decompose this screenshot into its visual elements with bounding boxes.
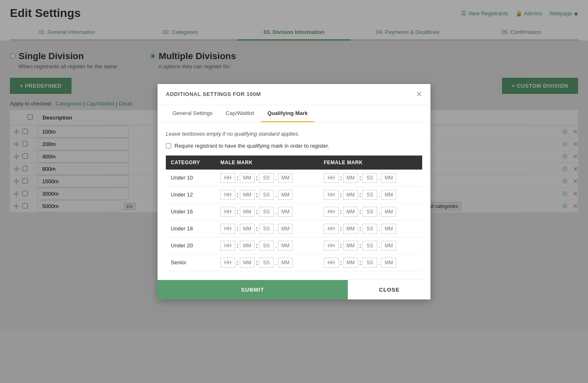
- col-male-mark: MALE MARK: [215, 156, 319, 170]
- male-hh-senior[interactable]: [220, 258, 235, 268]
- modal-tabs: General Settings Cap/Waitlist Qualifying…: [158, 105, 430, 122]
- female-hh-under16[interactable]: [324, 207, 339, 217]
- male-ms-under20[interactable]: [278, 241, 293, 251]
- modal-header: ADDITIONAL SETTINGS FOR 100M ✕: [158, 84, 430, 105]
- category-label: Senior: [166, 254, 215, 271]
- female-mm-under16[interactable]: [343, 207, 358, 217]
- require-qualifying-row: Require registrant to have the qualifyin…: [166, 143, 422, 149]
- male-mm-under16[interactable]: [240, 207, 255, 217]
- modal-close-footer-button[interactable]: CLOSE: [348, 280, 430, 299]
- require-qualifying-checkbox[interactable]: [166, 143, 171, 148]
- female-ss-under18[interactable]: [362, 224, 377, 234]
- male-hh-under16[interactable]: [220, 207, 235, 217]
- category-label: Under 10: [166, 170, 215, 187]
- male-ms-under12[interactable]: [278, 190, 293, 200]
- col-female-mark: FEMALE MARK: [319, 156, 422, 170]
- male-hh-under12[interactable]: [220, 190, 235, 200]
- female-hh-under20[interactable]: [324, 241, 339, 251]
- table-row: Under 12 : : .: [166, 186, 422, 203]
- male-ss-under12[interactable]: [259, 190, 274, 200]
- modal-tab-qualifying-mark[interactable]: Qualifying Mark: [261, 105, 315, 122]
- female-mm-under20[interactable]: [343, 241, 358, 251]
- female-ss-under20[interactable]: [362, 241, 377, 251]
- male-mm-senior[interactable]: [240, 258, 255, 268]
- modal-note: Leave textboxes empty if no qualifying s…: [166, 131, 422, 137]
- female-ss-under16[interactable]: [362, 207, 377, 217]
- male-ms-under10[interactable]: [278, 173, 293, 183]
- male-mm-under20[interactable]: [240, 241, 255, 251]
- male-ss-under10[interactable]: [259, 173, 274, 183]
- female-mm-under18[interactable]: [343, 224, 358, 234]
- table-row: Under 16 : : .: [166, 203, 422, 220]
- modal-footer: SUBMIT CLOSE: [158, 280, 430, 299]
- male-ss-under20[interactable]: [259, 241, 274, 251]
- category-label: Under 16: [166, 203, 215, 220]
- male-ms-senior[interactable]: [278, 258, 293, 268]
- female-mm-under12[interactable]: [343, 190, 358, 200]
- category-label: Under 20: [166, 237, 215, 254]
- category-label: Under 18: [166, 220, 215, 237]
- male-mm-under18[interactable]: [240, 224, 255, 234]
- female-mm-under10[interactable]: [343, 173, 358, 183]
- table-row: Under 20 : : .: [166, 237, 422, 254]
- col-category: CATEGORY: [166, 156, 215, 170]
- modal: ADDITIONAL SETTINGS FOR 100M ✕ General S…: [158, 84, 430, 299]
- female-hh-under18[interactable]: [324, 224, 339, 234]
- female-hh-senior[interactable]: [324, 258, 339, 268]
- table-row: Under 18 : : .: [166, 220, 422, 237]
- modal-body: Leave textboxes empty if no qualifying s…: [158, 122, 430, 280]
- modal-overlay[interactable]: ADDITIONAL SETTINGS FOR 100M ✕ General S…: [0, 0, 588, 330]
- male-ms-under16[interactable]: [278, 207, 293, 217]
- modal-tab-cap-waitlist[interactable]: Cap/Waitlist: [219, 105, 261, 122]
- female-ss-senior[interactable]: [362, 258, 377, 268]
- male-mm-under12[interactable]: [240, 190, 255, 200]
- table-row: Senior : : .: [166, 254, 422, 271]
- female-ms-senior[interactable]: [381, 258, 396, 268]
- modal-title: ADDITIONAL SETTINGS FOR 100M: [166, 91, 261, 97]
- male-ss-under18[interactable]: [259, 224, 274, 234]
- female-hh-under10[interactable]: [324, 173, 339, 183]
- female-ms-under16[interactable]: [381, 207, 396, 217]
- modal-submit-button[interactable]: SUBMIT: [158, 280, 348, 299]
- category-label: Under 12: [166, 186, 215, 203]
- male-mm-under10[interactable]: [240, 173, 255, 183]
- table-row: Under 10 : : .: [166, 170, 422, 187]
- female-ms-under10[interactable]: [381, 173, 396, 183]
- male-ss-senior[interactable]: [259, 258, 274, 268]
- female-ss-under12[interactable]: [362, 190, 377, 200]
- modal-tab-general-settings[interactable]: General Settings: [166, 105, 219, 122]
- male-hh-under10[interactable]: [220, 173, 235, 183]
- female-mm-senior[interactable]: [343, 258, 358, 268]
- female-hh-under12[interactable]: [324, 190, 339, 200]
- male-ms-under18[interactable]: [278, 224, 293, 234]
- female-ms-under20[interactable]: [381, 241, 396, 251]
- female-ms-under12[interactable]: [381, 190, 396, 200]
- require-qualifying-label: Require registrant to have the qualifyin…: [174, 143, 329, 149]
- male-hh-under20[interactable]: [220, 241, 235, 251]
- female-ms-under18[interactable]: [381, 224, 396, 234]
- male-ss-under16[interactable]: [259, 207, 274, 217]
- qualifying-table: CATEGORY MALE MARK FEMALE MARK Under 10: [166, 156, 422, 271]
- female-ss-under10[interactable]: [362, 173, 377, 183]
- male-hh-under18[interactable]: [220, 224, 235, 234]
- modal-close-button[interactable]: ✕: [416, 91, 422, 98]
